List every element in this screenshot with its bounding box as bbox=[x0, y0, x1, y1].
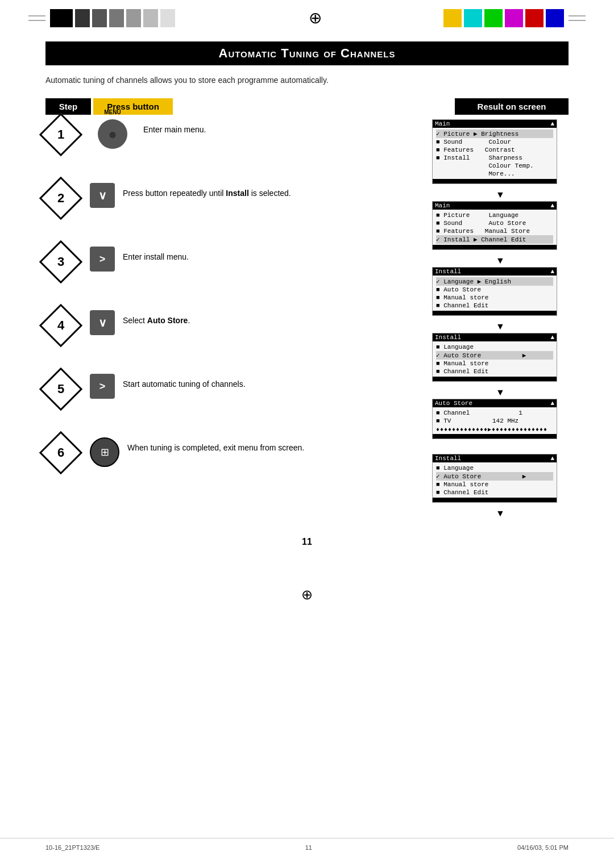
step-1-number: 1 bbox=[39, 113, 82, 156]
screen-2-line-3: ■ Features Manual Store bbox=[436, 227, 553, 235]
screen-3-line-1: ✓ Language ▶ English bbox=[436, 277, 553, 286]
screen-5: Auto Store▲ ■ Channel 1 ■ TV 142 MHz ♦♦♦… bbox=[432, 399, 557, 439]
step-6-row: 6 ⊞ When tuning is completed, exit menu … bbox=[45, 437, 421, 483]
screen-5-line-2: ■ TV 142 MHz bbox=[436, 417, 553, 425]
step-2-number: 2 bbox=[39, 177, 82, 220]
screen-4-line-4: ■ Channel Edit bbox=[436, 368, 553, 375]
page-subtitle: Automatic tuning of channels allows you … bbox=[45, 76, 569, 85]
table-header: Step Press button Result on screen bbox=[45, 98, 569, 115]
down-arrow-1: ▼ bbox=[432, 190, 569, 200]
page-title-box: Automatic Tuning of Channels bbox=[45, 41, 569, 65]
screen-6-line-1: ■ Language bbox=[436, 464, 553, 472]
step-3-button[interactable]: > bbox=[90, 247, 115, 272]
footer-right: 04/16/03, 5:01 PM bbox=[517, 844, 569, 851]
step-2-row: 2 ∨ Press button repeatedly until Instal… bbox=[45, 183, 421, 228]
down-arrow-6: ▼ bbox=[432, 508, 569, 519]
steps-section: 1 MENU ● Enter main menu. 2 ∨ Press butt… bbox=[45, 119, 421, 501]
screen-2: Main▲ ■ Picture Language ■ Sound Auto St… bbox=[432, 201, 557, 250]
screens-section: Main▲ ✓ Picture ▶ Brightness ■ Sound Col… bbox=[432, 119, 569, 520]
screen-6-line-4: ■ Channel Edit bbox=[436, 489, 553, 496]
step-5-number: 5 bbox=[39, 368, 82, 411]
screen-2-line-4: ✓ Install ▶ Channel Edit bbox=[436, 235, 553, 244]
screen-2-line-2: ■ Sound Auto Store bbox=[436, 219, 553, 227]
screen-1-line-5: Colour Temp. bbox=[436, 162, 553, 170]
page-title: Automatic Tuning of Channels bbox=[55, 46, 559, 61]
step-6-button[interactable]: ⊞ bbox=[90, 437, 119, 467]
screen-4-line-1: ■ Language bbox=[436, 343, 553, 351]
step-6-number: 6 bbox=[39, 431, 82, 474]
step-1-row: 1 MENU ● Enter main menu. bbox=[45, 119, 421, 165]
step-1-description: Enter main menu. bbox=[143, 119, 421, 136]
step-2-button[interactable]: ∨ bbox=[90, 183, 115, 208]
step-5-description: Start automatic tuning of channels. bbox=[123, 374, 421, 390]
step-1-button-label: MENU bbox=[104, 109, 121, 115]
down-arrow-4: ▼ bbox=[432, 387, 569, 398]
step-4-button[interactable]: ∨ bbox=[90, 310, 115, 335]
screen-5-header: Auto Store▲ bbox=[433, 399, 557, 407]
step-3-row: 3 > Enter install menu. bbox=[45, 247, 421, 292]
header-step: Step bbox=[45, 98, 91, 115]
screen-4-line-2: ✓ Auto Store ▶ bbox=[436, 351, 553, 360]
screen-1-line-1: ✓ Picture ▶ Brightness bbox=[436, 130, 553, 138]
screen-1-line-2: ■ Sound Colour bbox=[436, 138, 553, 146]
footer-left: 10-16_21PT1323/E bbox=[45, 844, 99, 851]
screen-4-line-3: ■ Manual store bbox=[436, 360, 553, 368]
step-4-number: 4 bbox=[39, 304, 82, 347]
page-number: 11 bbox=[45, 537, 569, 547]
screen-3: Install▲ ✓ Language ▶ English ■ Auto Sto… bbox=[432, 267, 557, 316]
screen-3-line-2: ■ Auto Store bbox=[436, 286, 553, 294]
footer-center: 11 bbox=[305, 844, 312, 851]
screen-3-line-3: ■ Manual store bbox=[436, 294, 553, 302]
step-3-number: 3 bbox=[39, 240, 82, 283]
screen-2-line-1: ■ Picture Language bbox=[436, 211, 553, 219]
down-arrow-2: ▼ bbox=[432, 256, 569, 266]
step-1-button[interactable]: MENU ● bbox=[98, 119, 127, 149]
screen-1-line-3: ■ Features Contrast bbox=[436, 146, 553, 154]
step-4-row: 4 ∨ Select Auto Store. bbox=[45, 310, 421, 356]
crosshair-center: ⊕ bbox=[309, 9, 322, 27]
screen-1-line-4: ■ Install Sharpness bbox=[436, 154, 553, 162]
screen-3-header: Install▲ bbox=[433, 268, 557, 276]
screen-2-header: Main▲ bbox=[433, 202, 557, 210]
screen-5-progress: ♦♦♦♦♦♦♦♦♦♦♦♦♦▶♦♦♦♦♦♦♦♦♦♦♦♦♦♦ bbox=[436, 426, 553, 433]
footer: 10-16_21PT1323/E 11 04/16/03, 5:01 PM bbox=[0, 838, 614, 857]
screen-6-header: Install▲ bbox=[433, 454, 557, 462]
screen-1-header: Main▲ bbox=[433, 120, 557, 128]
screen-6-line-2: ✓ Auto Store ▶ bbox=[436, 472, 553, 481]
screen-3-line-4: ■ Channel Edit bbox=[436, 302, 553, 310]
step-4-description: Select Auto Store. bbox=[123, 310, 421, 327]
screen-1: Main▲ ✓ Picture ▶ Brightness ■ Sound Col… bbox=[432, 119, 557, 184]
screen-1-line-6: More... bbox=[436, 170, 553, 178]
screen-4: Install▲ ■ Language ✓ Auto Store ▶ ■ Man… bbox=[432, 333, 557, 382]
screen-5-line-1: ■ Channel 1 bbox=[436, 409, 553, 417]
header-result: Result on screen bbox=[455, 98, 569, 115]
screen-4-header: Install▲ bbox=[433, 333, 557, 341]
screen-6-line-3: ■ Manual store bbox=[436, 481, 553, 489]
screen-6: Install▲ ■ Language ✓ Auto Store ▶ ■ Man… bbox=[432, 454, 557, 503]
step-2-description: Press button repeatedly until Install is… bbox=[123, 183, 421, 199]
step-3-description: Enter install menu. bbox=[123, 247, 421, 263]
step-6-description: When tuning is completed, exit menu from… bbox=[127, 437, 421, 454]
step-5-button[interactable]: > bbox=[90, 374, 115, 399]
step-5-row: 5 > Start automatic tuning of channels. bbox=[45, 374, 421, 419]
down-arrow-3: ▼ bbox=[432, 322, 569, 332]
